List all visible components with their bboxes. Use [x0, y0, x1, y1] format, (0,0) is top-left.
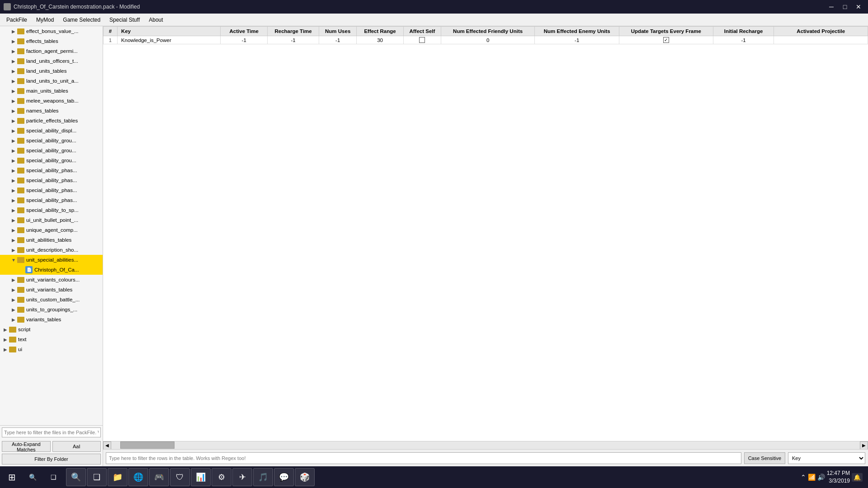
- tree-arrow-unit_special_abilities[interactable]: ▼: [10, 258, 17, 263]
- sidebar-item-special_ability_phas4[interactable]: ▶special_ability_phas...: [0, 195, 103, 205]
- tree-arrow-text[interactable]: ▶: [2, 337, 9, 342]
- sidebar-item-special_ability_to_sp[interactable]: ▶special_ability_to_sp...: [0, 205, 103, 215]
- tree-arrow-special_ability_to_sp[interactable]: ▶: [10, 208, 17, 213]
- tree-arrow-special_ability_phas1[interactable]: ▶: [10, 168, 17, 173]
- sidebar-item-unit_variants_tables[interactable]: ▶unit_variants_tables: [0, 285, 103, 295]
- search-button[interactable]: 🔍: [23, 467, 42, 487]
- tree-arrow-variants_tables[interactable]: ▶: [10, 317, 17, 322]
- tree-arrow-land_units_to_unit_a[interactable]: ▶: [10, 79, 17, 84]
- tree-arrow-land_units_officers[interactable]: ▶: [10, 59, 17, 64]
- sidebar-item-special_ability_displ[interactable]: ▶special_ability_displ...: [0, 126, 103, 136]
- maximize-button[interactable]: □: [839, 2, 851, 11]
- taskbar-app-explorer[interactable]: 📁: [108, 468, 127, 486]
- scroll-track[interactable]: [111, 441, 860, 449]
- sidebar-filter-input[interactable]: [2, 427, 101, 437]
- table-row[interactable]: 1Knowledge_is_Power-1-1-1300-1✓-1: [104, 36, 868, 44]
- sidebar-item-faction_agent_permi[interactable]: ▶faction_agent_permi...: [0, 46, 103, 56]
- notification-icon[interactable]: 🔔: [852, 473, 863, 482]
- scroll-left-arrow[interactable]: ◀: [103, 441, 111, 450]
- sidebar-item-effects_tables[interactable]: ▶effects_tables: [0, 36, 103, 46]
- tree-arrow-unit_variants_tables[interactable]: ▶: [10, 287, 17, 292]
- menu-about[interactable]: About: [144, 15, 167, 25]
- table-wrapper[interactable]: # Key Active Time Recharge Time Num Uses…: [103, 26, 868, 441]
- taskbar-app-app3[interactable]: ✈: [232, 468, 252, 486]
- column-select-dropdown[interactable]: KeyActive TimeRecharge TimeNum UsesEffec…: [788, 452, 865, 464]
- start-button[interactable]: ⊞: [2, 467, 22, 487]
- sidebar-item-special_ability_phas1[interactable]: ▶special_ability_phas...: [0, 165, 103, 175]
- sidebar-item-Christoph_Of_Ca[interactable]: 📄Christoph_Of_Ca...: [0, 265, 103, 275]
- tree-arrow-unit_abilities_tables[interactable]: ▶: [10, 238, 17, 243]
- taskbar-app-app4[interactable]: 🎵: [253, 468, 273, 486]
- sidebar-item-special_ability_grou1[interactable]: ▶special_ability_grou...: [0, 136, 103, 145]
- sidebar-item-special_ability_grou3[interactable]: ▶special_ability_grou...: [0, 155, 103, 165]
- taskbar-app-app1[interactable]: 🎮: [149, 468, 169, 486]
- sidebar-item-units_to_groupings[interactable]: ▶units_to_groupings_...: [0, 305, 103, 314]
- sidebar-item-units_custom_battle[interactable]: ▶units_custom_battle_...: [0, 295, 103, 305]
- taskbar-app-excel[interactable]: 📊: [191, 468, 211, 486]
- tray-volume[interactable]: 🔊: [817, 474, 825, 481]
- tree-arrow-special_ability_grou3[interactable]: ▶: [10, 158, 17, 163]
- tree-arrow-melee_weapons_tab[interactable]: ▶: [10, 99, 17, 103]
- sidebar-item-ui_unit_bullet_point[interactable]: ▶ui_unit_bullet_point_...: [0, 215, 103, 225]
- sidebar-item-effect_bonus_value[interactable]: ▶effect_bonus_value_...: [0, 26, 103, 36]
- tree-arrow-particle_effects_tables[interactable]: ▶: [10, 118, 17, 123]
- taskbar-app-discord[interactable]: 💬: [274, 468, 294, 486]
- tree-arrow-special_ability_displ[interactable]: ▶: [10, 128, 17, 133]
- tree-arrow-effects_tables[interactable]: ▶: [10, 39, 17, 44]
- auto-expand-matches-button[interactable]: Auto-Expand Matches: [2, 441, 51, 452]
- sidebar-item-text[interactable]: ▶text: [0, 334, 103, 344]
- close-button[interactable]: ✕: [853, 2, 864, 11]
- sidebar-item-particle_effects_tables[interactable]: ▶particle_effects_tables: [0, 116, 103, 126]
- taskbar-app-taskview[interactable]: ❑: [87, 468, 107, 486]
- tree-arrow-names_tables[interactable]: ▶: [10, 108, 17, 113]
- tree-arrow-land_units_tables[interactable]: ▶: [10, 69, 17, 74]
- sidebar-tree[interactable]: ▶effect_bonus_value_...▶effects_tables▶f…: [0, 26, 103, 425]
- checkbox-update-targets[interactable]: ✓: [663, 37, 669, 43]
- tree-arrow-special_ability_phas2[interactable]: ▶: [10, 178, 17, 183]
- menu-game-selected[interactable]: Game Selected: [58, 15, 105, 25]
- menu-mymod[interactable]: MyMod: [32, 15, 58, 25]
- tree-arrow-unit_description_sho[interactable]: ▶: [10, 248, 17, 253]
- sidebar-item-land_units_tables[interactable]: ▶land_units_tables: [0, 66, 103, 76]
- scroll-thumb[interactable]: [120, 441, 175, 449]
- sidebar-item-unit_variants_colours[interactable]: ▶unit_variants_colours...: [0, 275, 103, 285]
- sidebar-item-names_tables[interactable]: ▶names_tables: [0, 106, 103, 116]
- sidebar-item-land_units_officers[interactable]: ▶land_units_officers_t...: [0, 56, 103, 66]
- tree-arrow-faction_agent_permi[interactable]: ▶: [10, 49, 17, 54]
- tree-arrow-units_custom_battle[interactable]: ▶: [10, 297, 17, 302]
- tree-arrow-special_ability_phas3[interactable]: ▶: [10, 188, 17, 193]
- taskbar-app-settings[interactable]: ⚙: [212, 468, 231, 486]
- sidebar-item-variants_tables[interactable]: ▶variants_tables: [0, 314, 103, 324]
- tree-arrow-special_ability_grou2[interactable]: ▶: [10, 148, 17, 153]
- sidebar-item-unit_description_sho[interactable]: ▶unit_description_sho...: [0, 245, 103, 255]
- tree-arrow-effect_bonus_value[interactable]: ▶: [10, 29, 17, 34]
- tree-arrow-units_to_groupings[interactable]: ▶: [10, 307, 17, 312]
- tray-chevron[interactable]: ⌃: [801, 474, 806, 481]
- sidebar-item-special_ability_phas2[interactable]: ▶special_ability_phas...: [0, 175, 103, 185]
- table-filter-input[interactable]: [106, 452, 741, 464]
- tree-arrow-script[interactable]: ▶: [2, 327, 9, 332]
- task-view-button[interactable]: ❑: [43, 467, 63, 487]
- sidebar-item-unit_abilities_tables[interactable]: ▶unit_abilities_tables: [0, 235, 103, 245]
- sidebar-item-land_units_to_unit_a[interactable]: ▶land_units_to_unit_a...: [0, 76, 103, 86]
- tree-arrow-special_ability_phas4[interactable]: ▶: [10, 198, 17, 203]
- tree-arrow-unit_variants_colours[interactable]: ▶: [10, 277, 17, 282]
- tree-arrow-unique_agent_comp[interactable]: ▶: [10, 228, 17, 233]
- tree-arrow-ui_unit_bullet_point[interactable]: ▶: [10, 218, 17, 223]
- sidebar-item-main_units_tables[interactable]: ▶main_units_tables: [0, 86, 103, 96]
- tray-network[interactable]: 📶: [808, 474, 816, 481]
- taskbar-app-app2[interactable]: 🛡: [170, 468, 190, 486]
- aa-button[interactable]: AaI: [52, 441, 101, 452]
- sidebar-item-unit_special_abilities[interactable]: ▼unit_special_abilities...: [0, 255, 103, 265]
- taskbar-app-steam[interactable]: 🎲: [295, 468, 315, 486]
- sidebar-item-special_ability_grou2[interactable]: ▶special_ability_grou...: [0, 145, 103, 155]
- sidebar-item-ui[interactable]: ▶ui: [0, 344, 103, 354]
- sidebar-item-unique_agent_comp[interactable]: ▶unique_agent_comp...: [0, 225, 103, 235]
- tree-arrow-main_units_tables[interactable]: ▶: [10, 89, 17, 94]
- sidebar-item-special_ability_phas3[interactable]: ▶special_ability_phas...: [0, 185, 103, 195]
- checkbox-affect-self[interactable]: [419, 37, 425, 43]
- taskbar-app-browser-edge[interactable]: 🌐: [128, 468, 148, 486]
- case-sensitive-button[interactable]: Case Sensitive: [744, 452, 785, 464]
- menu-special-stuff[interactable]: Special Stuff: [105, 15, 144, 25]
- sidebar-item-melee_weapons_tab[interactable]: ▶melee_weapons_tab...: [0, 96, 103, 106]
